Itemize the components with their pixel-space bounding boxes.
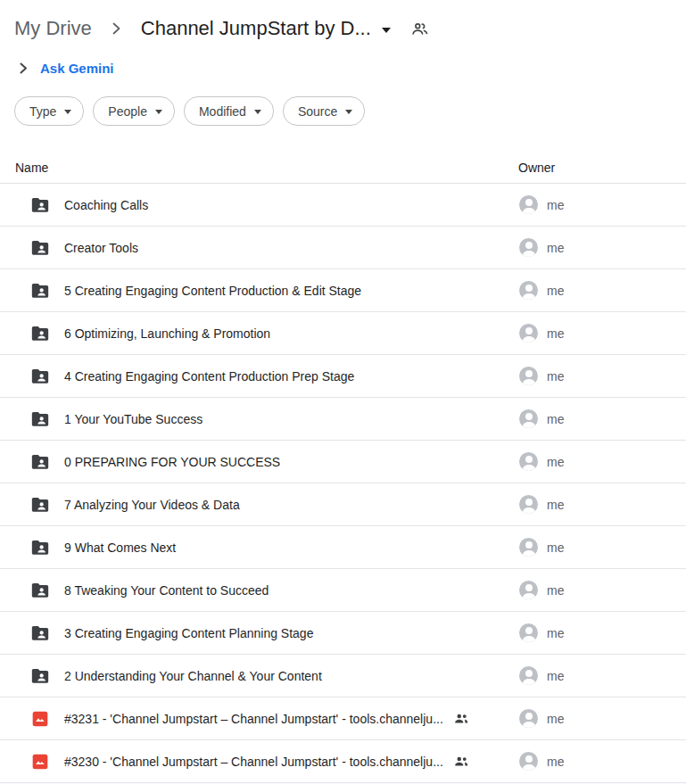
owner-label: me: [547, 369, 564, 384]
table-row[interactable]: 8 Tweaking Your Content to Succeed me: [0, 569, 686, 612]
owner-label: me: [547, 284, 564, 298]
owner-avatar: [519, 324, 538, 342]
shared-folder-people-icon[interactable]: [410, 20, 429, 38]
shared-folder-icon: [30, 324, 50, 343]
file-type-icon: [30, 281, 50, 301]
shared-folder-icon: [30, 281, 50, 301]
owner-label: me: [547, 626, 564, 640]
table-row[interactable]: 1 Your YouTube Success me: [0, 398, 686, 441]
owner-cell: me: [519, 581, 564, 599]
file-type-icon: [30, 752, 50, 772]
file-name: 1 Your YouTube Success: [64, 412, 202, 426]
file-type-icon: [30, 495, 50, 515]
column-header-name[interactable]: Name: [15, 161, 48, 175]
table-row[interactable]: Creator Tools me: [0, 227, 686, 269]
file-name: 9 What Comes Next: [64, 541, 176, 555]
file-name: Creator Tools: [64, 241, 138, 255]
shared-folder-icon: [30, 581, 50, 600]
breadcrumb-chevron-icon: [112, 21, 121, 36]
owner-avatar: [519, 666, 538, 685]
owner-avatar: [519, 709, 538, 728]
owner-cell: me: [519, 752, 564, 771]
owner-label: me: [547, 455, 564, 469]
filter-chip-modified[interactable]: Modified: [184, 96, 274, 126]
file-type-icon: [30, 666, 50, 686]
file-type-icon: [30, 195, 50, 215]
table-row[interactable]: 2 Understanding Your Channel & Your Cont…: [0, 655, 686, 697]
shared-folder-icon: [30, 409, 50, 429]
file-list-header: Name Owner: [0, 138, 686, 184]
owner-avatar: [519, 281, 538, 300]
owner-avatar: [519, 367, 538, 385]
file-type-icon: [30, 409, 50, 429]
folder-title-menu[interactable]: Channel JumpStart by D...: [141, 17, 391, 40]
owner-avatar: [519, 752, 538, 771]
table-row[interactable]: 4 Creating Engaging Content Production P…: [0, 355, 686, 398]
filter-chips: Type People Modified Source: [0, 81, 686, 138]
file-name: Coaching Calls: [64, 198, 148, 212]
filter-chip-type[interactable]: Type: [14, 96, 84, 126]
shared-folder-icon: [30, 367, 50, 386]
file-name: #3230 - 'Channel Jumpstart – Channel Jum…: [64, 755, 443, 769]
chip-label: Type: [29, 104, 56, 119]
chip-label: Modified: [199, 104, 246, 119]
owner-label: me: [547, 241, 564, 255]
shared-people-icon: [453, 712, 469, 725]
owner-cell: me: [519, 324, 564, 342]
shared-folder-icon: [30, 495, 50, 515]
table-row[interactable]: 3 Creating Engaging Content Planning Sta…: [0, 612, 686, 655]
file-name: 7 Analyzing Your Videos & Data: [64, 498, 240, 512]
file-name: 3 Creating Engaging Content Planning Sta…: [64, 626, 313, 640]
owner-cell: me: [519, 195, 564, 214]
breadcrumb-my-drive[interactable]: My Drive: [14, 17, 92, 40]
owner-label: me: [547, 583, 564, 598]
breadcrumb: My Drive Channel JumpStart by D...: [0, 0, 686, 45]
owner-label: me: [547, 326, 564, 341]
filter-chip-source[interactable]: Source: [283, 96, 365, 126]
shared-people-icon: [453, 755, 469, 768]
owner-cell: me: [519, 709, 564, 728]
shared-folder-icon: [30, 452, 50, 472]
owner-label: me: [547, 712, 564, 726]
filter-chip-people[interactable]: People: [93, 96, 175, 126]
owner-cell: me: [519, 281, 564, 300]
gemini-expand-chevron-icon[interactable]: [20, 62, 28, 74]
column-header-owner[interactable]: Owner: [518, 161, 555, 175]
chip-label: Source: [298, 104, 337, 119]
owner-cell: me: [519, 452, 564, 471]
owner-avatar: [519, 409, 538, 428]
shared-folder-icon: [30, 238, 50, 258]
table-row[interactable]: Coaching Calls me: [0, 184, 686, 227]
owner-cell: me: [519, 409, 564, 428]
table-row[interactable]: #3230 - 'Channel Jumpstart – Channel Jum…: [0, 740, 686, 783]
shared-folder-icon: [30, 666, 50, 686]
table-row[interactable]: #3231 - 'Channel Jumpstart – Channel Jum…: [0, 697, 686, 740]
table-row[interactable]: 7 Analyzing Your Videos & Data me: [0, 483, 686, 526]
file-list: Coaching Calls me Creat: [0, 184, 686, 783]
owner-cell: me: [519, 367, 564, 385]
file-type-icon: [30, 324, 50, 343]
file-type-icon: [30, 452, 50, 472]
table-row[interactable]: 6 Optimizing, Launching & Promotion me: [0, 312, 686, 355]
shared-folder-icon: [30, 623, 50, 643]
table-row[interactable]: 9 What Comes Next me: [0, 526, 686, 569]
owner-avatar: [519, 581, 538, 599]
owner-label: me: [547, 412, 564, 426]
file-type-icon: [30, 367, 50, 386]
table-row[interactable]: 5 Creating Engaging Content Production &…: [0, 269, 686, 312]
file-name: #3231 - 'Channel Jumpstart – Channel Jum…: [64, 712, 443, 726]
owner-label: me: [547, 669, 564, 683]
owner-label: me: [547, 755, 564, 769]
owner-label: me: [547, 541, 564, 555]
ask-gemini-row: Ask Gemini: [0, 45, 686, 81]
image-file-icon: [31, 710, 49, 728]
table-row[interactable]: 0 PREPARING FOR YOUR SUCCESS me: [0, 441, 686, 483]
owner-label: me: [547, 198, 564, 212]
ask-gemini-link[interactable]: Ask Gemini: [40, 61, 114, 76]
title-dropdown-caret-icon: [382, 28, 391, 33]
owner-cell: me: [519, 238, 564, 257]
owner-avatar: [519, 538, 538, 557]
file-type-icon: [30, 581, 50, 600]
file-type-icon: [30, 238, 50, 258]
owner-avatar: [519, 195, 538, 214]
